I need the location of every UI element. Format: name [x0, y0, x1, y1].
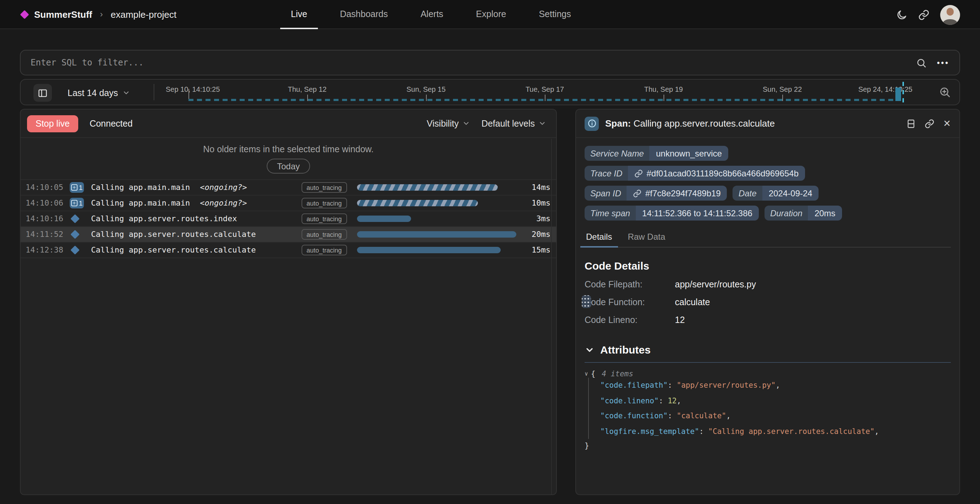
json-items-count: 4 items: [601, 369, 633, 378]
expand-plus-icon: +: [71, 200, 78, 206]
dock-panel-icon[interactable]: [906, 118, 916, 128]
child-count: 1: [79, 183, 83, 191]
default-levels-dropdown[interactable]: Default levels: [482, 118, 546, 128]
json-entry: logfire.msg_templateCalling app.server.r…: [600, 424, 951, 439]
tab-explore[interactable]: Explore: [474, 0, 509, 29]
log-row-selected[interactable]: 14:11:52 Calling app.server.routes.calcu…: [21, 227, 556, 242]
tag-auto-tracing[interactable]: auto_tracing: [302, 214, 347, 224]
attributes-json-viewer: ∨ { 4 items code.filepathapp/server/rout…: [585, 369, 951, 452]
meta-badge-row: Time span 14:11:52.366 to 14:11:52.386 D…: [585, 206, 951, 220]
org-name[interactable]: SummerStuff: [34, 9, 92, 19]
tag-auto-tracing[interactable]: auto_tracing: [302, 198, 347, 209]
code-detail-row: Code Function: calculate: [585, 297, 951, 307]
duration-label: Duration: [765, 206, 808, 220]
tab-raw-data[interactable]: Raw Data: [626, 229, 667, 247]
trace-id-badge[interactable]: Trace ID #df01acad0311189c8b66a466d96965…: [585, 166, 805, 181]
service-name-badge: Service Name unknown_service: [585, 146, 728, 161]
timeline-end-label: Sep 24, 14:10:25: [858, 85, 912, 93]
tab-details[interactable]: Details: [585, 229, 613, 247]
log-timestamp: 14:12:38: [25, 246, 65, 255]
duration-bar-cell: [351, 184, 515, 191]
visibility-dropdown-label: Visibility: [427, 118, 459, 128]
visibility-dropdown[interactable]: Visibility: [427, 118, 470, 128]
tab-alerts[interactable]: Alerts: [418, 0, 445, 29]
more-options-icon[interactable]: •••: [937, 58, 950, 67]
span-diamond-icon: [70, 215, 87, 222]
date-value: 2024-09-24: [762, 186, 819, 201]
expand-children-badge[interactable]: +1: [70, 198, 87, 209]
close-icon[interactable]: ✕: [943, 118, 951, 129]
tag-auto-tracing[interactable]: auto_tracing: [302, 182, 347, 193]
time-range-dropdown[interactable]: Last 14 days: [68, 80, 130, 106]
log-message: Calling app.server.routes.calculate: [91, 230, 297, 239]
logfire-logo-icon[interactable]: [20, 10, 29, 19]
log-message: Calling app.server.routes.calculate: [91, 246, 297, 255]
log-row[interactable]: 14:10:06 +1 Calling app.main.main<ongoin…: [21, 196, 556, 211]
share-link-icon[interactable]: [918, 9, 929, 20]
duration-value: 15ms: [519, 246, 550, 255]
dark-mode-moon-icon[interactable]: [896, 9, 907, 20]
chevron-down-icon: [123, 89, 130, 97]
code-details-heading: Code Details: [585, 260, 951, 272]
log-timestamp: 14:10:16: [25, 214, 65, 223]
duration-value: 20ms: [808, 206, 842, 220]
span-diamond-icon: [70, 231, 87, 238]
log-row[interactable]: 14:10:16 Calling app.server.routes.index…: [21, 211, 556, 227]
duration-value: 14ms: [519, 183, 550, 192]
info-icon: [585, 116, 599, 131]
zoom-in-icon[interactable]: [939, 86, 951, 101]
duration-bar: [357, 200, 478, 206]
scrollbar-track[interactable]: [551, 139, 552, 494]
link-icon: [634, 169, 643, 177]
service-name-value: unknown_service: [650, 146, 728, 161]
span-id-badge[interactable]: Span ID #f7c8e294f7489b19: [585, 186, 727, 201]
attributes-section-header[interactable]: Attributes: [585, 344, 951, 356]
stop-live-button[interactable]: Stop live: [27, 115, 78, 132]
time-span-value: 14:11:52.366 to 14:11:52.386: [636, 206, 759, 220]
timeline-activity-line[interactable]: [188, 99, 894, 101]
ongoing-suffix: <ongoing?>: [200, 183, 247, 192]
connection-status: Connected: [90, 118, 133, 128]
search-icon[interactable]: [916, 57, 927, 68]
collapse-caret-icon[interactable]: ∨: [585, 370, 588, 376]
breadcrumb: SummerStuff › example-project: [0, 9, 177, 19]
log-row[interactable]: 14:12:38 Calling app.server.routes.calcu…: [21, 242, 556, 258]
project-name[interactable]: example-project: [111, 9, 177, 19]
tab-settings[interactable]: Settings: [536, 0, 573, 29]
copy-link-icon[interactable]: [924, 118, 934, 128]
panel-resize-handle[interactable]: [582, 295, 591, 308]
tab-live[interactable]: Live: [289, 0, 309, 29]
log-timestamp: 14:10:05: [25, 183, 65, 192]
timeline-activity-spike[interactable]: [896, 88, 901, 101]
chevron-down-icon: [538, 120, 546, 128]
detail-tabs: Details Raw Data: [585, 229, 951, 247]
meta-badge-row: Trace ID #df01acad0311189c8b66a466d96965…: [585, 166, 951, 181]
timeline-cursor[interactable]: [902, 82, 904, 102]
meta-badge-row: Span ID #f7c8e294f7489b19 Date 2024-09-2…: [585, 186, 951, 201]
expand-children-badge[interactable]: +1: [70, 182, 87, 193]
tag-auto-tracing[interactable]: auto_tracing: [302, 245, 347, 255]
chevron-down-icon: [462, 120, 470, 128]
empty-notice: No older items in the selected time wind…: [21, 138, 556, 155]
log-message: Calling app.main.main<ongoing?>: [91, 198, 297, 208]
user-avatar[interactable]: [940, 5, 960, 24]
log-message: Calling app.main.main<ongoing?>: [91, 183, 297, 192]
sidebar-toggle-icon[interactable]: [33, 84, 52, 102]
tag-auto-tracing[interactable]: auto_tracing: [302, 229, 347, 240]
divider: [585, 362, 951, 363]
link-icon: [633, 189, 642, 198]
today-button[interactable]: Today: [267, 159, 310, 174]
sql-filter-bar: •••: [20, 50, 960, 75]
span-id-value: #f7c8e294f7489b19: [645, 188, 721, 198]
live-log-header: Stop live Connected Visibility Default l…: [21, 110, 556, 138]
code-lineno-value: 12: [675, 315, 685, 325]
timeline-tick-label: Thu, Sep 19: [644, 85, 683, 93]
page-content: ••• Last 14 days Sep 10, 14:10:25 Thu, S…: [0, 50, 980, 495]
json-entry: code.functioncalculate: [600, 408, 951, 424]
log-message: Calling app.server.routes.index: [91, 214, 297, 223]
sql-filter-input[interactable]: [30, 57, 916, 68]
span-id-label: Span ID: [585, 186, 627, 201]
log-row[interactable]: 14:10:05 +1 Calling app.main.main<ongoin…: [21, 180, 556, 196]
timeline-tick-label: Thu, Sep 12: [288, 85, 327, 93]
tab-dashboards[interactable]: Dashboards: [338, 0, 390, 29]
